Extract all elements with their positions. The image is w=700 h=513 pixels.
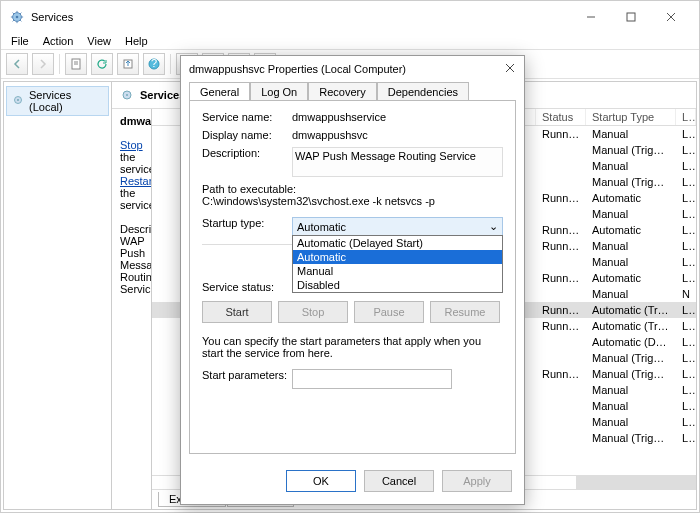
forward-button[interactable] bbox=[32, 53, 54, 75]
export-button[interactable] bbox=[117, 53, 139, 75]
tab-dependencies[interactable]: Dependencies bbox=[377, 82, 469, 101]
svg-point-19 bbox=[126, 94, 128, 96]
col-status[interactable]: Status bbox=[536, 109, 586, 125]
help-button[interactable]: ? bbox=[143, 53, 165, 75]
svg-rect-3 bbox=[627, 13, 635, 21]
description-textarea[interactable] bbox=[292, 147, 503, 177]
svg-text:?: ? bbox=[151, 58, 157, 69]
properties-dialog: dmwappushsvc Properties (Local Computer)… bbox=[180, 55, 525, 505]
option-manual[interactable]: Manual bbox=[293, 264, 502, 278]
tree-pane: Services (Local) bbox=[4, 82, 112, 509]
option-disabled[interactable]: Disabled bbox=[293, 278, 502, 292]
startup-type-selected: Automatic bbox=[297, 221, 346, 233]
dialog-titlebar: dmwappushsvc Properties (Local Computer) bbox=[181, 56, 524, 82]
menu-action[interactable]: Action bbox=[43, 35, 74, 47]
minimize-button[interactable] bbox=[571, 5, 611, 29]
resume-button[interactable]: Resume bbox=[430, 301, 500, 323]
tab-logon[interactable]: Log On bbox=[250, 82, 308, 101]
option-automatic-delayed[interactable]: Automatic (Delayed Start) bbox=[293, 236, 502, 250]
close-window-button[interactable] bbox=[651, 5, 691, 29]
start-params-input[interactable] bbox=[292, 369, 452, 389]
tree-item-services-local[interactable]: Services (Local) bbox=[6, 86, 109, 116]
display-name-value: dmwappushsvc bbox=[292, 129, 503, 141]
col-logon[interactable]: Lo bbox=[676, 109, 696, 125]
maximize-button[interactable] bbox=[611, 5, 651, 29]
path-value: C:\windows\system32\svchost.exe -k netsv… bbox=[202, 195, 503, 207]
services-icon bbox=[9, 9, 25, 25]
cancel-button[interactable]: Cancel bbox=[364, 470, 434, 492]
tab-general[interactable]: General bbox=[189, 82, 250, 101]
tab-recovery[interactable]: Recovery bbox=[308, 82, 376, 101]
gear-icon bbox=[120, 88, 134, 102]
selected-service-title: dmwappushsvc bbox=[120, 115, 143, 127]
description-label: Description: bbox=[202, 147, 292, 159]
path-label: Path to executable: bbox=[202, 183, 503, 195]
chevron-down-icon: ⌄ bbox=[489, 220, 498, 233]
service-name-value: dmwappushservice bbox=[292, 111, 503, 123]
stop-button[interactable]: Stop bbox=[278, 301, 348, 323]
service-status-label: Service status: bbox=[202, 281, 292, 293]
pause-button[interactable]: Pause bbox=[354, 301, 424, 323]
dialog-body: Service name: dmwappushservice Display n… bbox=[189, 100, 516, 454]
svg-point-1 bbox=[16, 16, 19, 19]
svg-point-17 bbox=[17, 99, 19, 101]
startup-type-dropdown: Automatic (Delayed Start) Automatic Manu… bbox=[292, 235, 503, 293]
start-params-label: Start parameters: bbox=[202, 369, 292, 381]
start-button[interactable]: Start bbox=[202, 301, 272, 323]
start-params-info: You can specify the start parameters tha… bbox=[202, 335, 503, 359]
startup-type-label: Startup type: bbox=[202, 217, 292, 229]
dialog-title: dmwappushsvc Properties (Local Computer) bbox=[189, 63, 406, 75]
properties-button[interactable] bbox=[65, 53, 87, 75]
display-name-label: Display name: bbox=[202, 129, 292, 141]
option-automatic[interactable]: Automatic bbox=[293, 250, 502, 264]
col-startup[interactable]: Startup Type bbox=[586, 109, 676, 125]
service-name-label: Service name: bbox=[202, 111, 292, 123]
ok-button[interactable]: OK bbox=[286, 470, 356, 492]
back-button[interactable] bbox=[6, 53, 28, 75]
stop-link[interactable]: Stop bbox=[120, 139, 143, 151]
tree-item-label: Services (Local) bbox=[29, 89, 104, 113]
startup-type-select[interactable]: Automatic ⌄ bbox=[292, 217, 503, 236]
description-label: Description: bbox=[120, 223, 152, 235]
menu-view[interactable]: View bbox=[87, 35, 111, 47]
window-title: Services bbox=[31, 11, 73, 23]
restart-link[interactable]: Restart bbox=[120, 175, 152, 187]
apply-button[interactable]: Apply bbox=[442, 470, 512, 492]
titlebar: Services bbox=[1, 1, 699, 33]
menubar: File Action View Help bbox=[1, 33, 699, 49]
description-column: dmwappushsvc Stop the service Restart th… bbox=[112, 109, 152, 509]
close-dialog-button[interactable] bbox=[504, 62, 516, 76]
menu-file[interactable]: File bbox=[11, 35, 29, 47]
description-text: WAP Push Message Routing Service bbox=[120, 235, 152, 295]
menu-help[interactable]: Help bbox=[125, 35, 148, 47]
refresh-button[interactable] bbox=[91, 53, 113, 75]
gear-icon bbox=[11, 93, 25, 109]
